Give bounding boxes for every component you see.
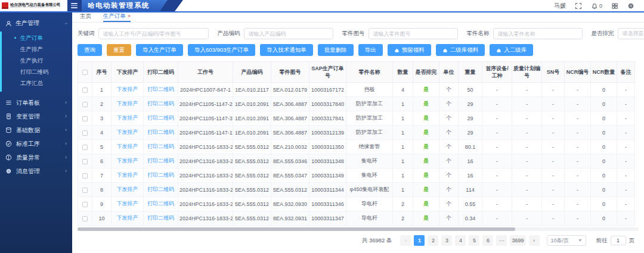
toolbar-button[interactable]: 重置 bbox=[107, 44, 131, 56]
print-qrcode-link[interactable]: 打印二维码 bbox=[144, 97, 178, 111]
filter-input[interactable] bbox=[493, 28, 583, 39]
issue-scheduling-link[interactable]: 下发排产 bbox=[112, 140, 144, 154]
row-checkbox[interactable] bbox=[82, 102, 88, 107]
page-button[interactable]: 6 bbox=[482, 235, 493, 246]
page-button[interactable]: 1 bbox=[414, 235, 425, 246]
cell: - bbox=[565, 140, 591, 154]
print-qrcode-link[interactable]: 打印二维码 bbox=[144, 197, 178, 211]
row-checkbox[interactable] bbox=[82, 116, 88, 121]
pagination-ellipsis[interactable]: ··· bbox=[496, 235, 507, 246]
print-qrcode-link[interactable]: 打印二维码 bbox=[144, 183, 178, 197]
page-button[interactable]: 2 bbox=[428, 235, 438, 246]
row-checkbox[interactable] bbox=[82, 173, 88, 179]
toolbar-button[interactable]: 导入603/903生产订单 bbox=[188, 44, 255, 56]
sidebar-item[interactable]: 基础数据› bbox=[0, 123, 72, 137]
toolbar-button[interactable]: 二级库领料 bbox=[436, 44, 485, 56]
row-checkbox[interactable] bbox=[82, 188, 88, 193]
filter-select[interactable]: 请选择是否排完 bbox=[618, 28, 644, 39]
sidebar-item[interactable]: 订单看板› bbox=[0, 96, 72, 110]
sidebar-item[interactable]: 质量异常› bbox=[0, 151, 72, 164]
cell: 8EA.555.0347 bbox=[271, 168, 309, 183]
filter-input[interactable] bbox=[98, 28, 209, 39]
filter-input[interactable] bbox=[369, 28, 458, 39]
print-qrcode-link[interactable]: 打印二维码 bbox=[144, 168, 178, 183]
cell: 是 bbox=[413, 83, 439, 97]
filter-input[interactable] bbox=[244, 28, 333, 39]
cell: 3 bbox=[92, 111, 112, 126]
row-checkbox[interactable] bbox=[82, 145, 88, 150]
sidebar-item[interactable]: 消息管理› bbox=[0, 164, 72, 178]
row-select-cell bbox=[78, 211, 92, 226]
print-qrcode-link[interactable]: 打印二维码 bbox=[144, 83, 178, 97]
print-qrcode-link[interactable]: 打印二维码 bbox=[144, 111, 178, 126]
tab-生产订单[interactable]: 生产订单× bbox=[103, 11, 131, 22]
cell: 1 bbox=[393, 140, 413, 154]
goto-page-input[interactable] bbox=[611, 236, 626, 245]
horizontal-scrollbar-thumb[interactable] bbox=[78, 227, 515, 231]
print-qrcode-link[interactable]: 打印二维码 bbox=[144, 154, 178, 168]
issue-scheduling-link[interactable]: 下发排产 bbox=[112, 111, 144, 126]
prev-page-button[interactable]: ‹ bbox=[400, 235, 411, 246]
row-checkbox[interactable] bbox=[82, 88, 88, 93]
close-tab-icon[interactable]: × bbox=[128, 14, 131, 19]
sidebar-group-label: 生产管理 bbox=[16, 19, 39, 27]
cell: 是 bbox=[413, 154, 439, 168]
row-checkbox[interactable] bbox=[82, 130, 88, 136]
toolbar-button[interactable]: 导出 bbox=[358, 44, 383, 56]
sidebar-item-active[interactable]: 生产订单 bbox=[2, 32, 72, 43]
sidebar-item-sub[interactable]: 工序汇总 bbox=[2, 77, 72, 89]
toolbar-button[interactable]: 入二级库 bbox=[490, 44, 533, 56]
page-button[interactable]: 4 bbox=[455, 235, 466, 246]
toolbar-button[interactable]: 批量删除 bbox=[318, 44, 354, 56]
issue-scheduling-link[interactable]: 下发排产 bbox=[112, 83, 144, 97]
fullscreen-icon[interactable] bbox=[575, 2, 582, 10]
toolbar-button[interactable]: 查询 bbox=[78, 44, 102, 56]
print-qrcode-link[interactable]: 打印二维码 bbox=[144, 140, 178, 154]
issue-scheduling-link[interactable]: 下发排产 bbox=[112, 168, 144, 183]
row-checkbox[interactable] bbox=[82, 216, 88, 221]
toolbar: 查询重置导入生产订单导入603/903生产订单导入技术通知单批量删除导出预留领料… bbox=[78, 44, 644, 56]
print-qrcode-link[interactable]: 打印二维码 bbox=[144, 211, 178, 226]
current-user[interactable]: 马媛 bbox=[554, 2, 566, 10]
cell: - bbox=[542, 126, 565, 140]
sidebar-item[interactable]: 变更管理› bbox=[0, 110, 72, 123]
apps-grid-icon[interactable] bbox=[611, 2, 618, 10]
collapse-menu-icon[interactable] bbox=[71, 3, 78, 8]
sidebar-item-sub[interactable]: 生产排产 bbox=[2, 43, 72, 55]
page-button[interactable]: 3 bbox=[441, 235, 452, 246]
print-qrcode-link[interactable]: 打印二维码 bbox=[144, 126, 178, 140]
issue-scheduling-link[interactable]: 下发排产 bbox=[112, 97, 144, 111]
cell: - bbox=[482, 183, 512, 197]
issue-scheduling-link[interactable]: 下发排产 bbox=[112, 211, 144, 226]
issue-scheduling-link[interactable]: 下发排产 bbox=[112, 126, 144, 140]
chevron-down-icon bbox=[578, 239, 582, 242]
toolbar-button[interactable]: 导入技术通知单 bbox=[260, 44, 313, 56]
row-checkbox[interactable] bbox=[82, 159, 88, 164]
notification-button[interactable]: 0 bbox=[591, 2, 602, 10]
toolbar-button[interactable]: 预留领料 bbox=[388, 44, 431, 56]
page-size-select[interactable]: 10条/页 bbox=[547, 235, 586, 246]
next-page-button[interactable]: › bbox=[529, 235, 540, 246]
issue-scheduling-link[interactable]: 下发排产 bbox=[112, 154, 144, 168]
cell: 80.1 bbox=[459, 140, 482, 154]
sidebar-item[interactable]: 标准工序› bbox=[0, 137, 72, 151]
issue-scheduling-link[interactable]: 下发排产 bbox=[112, 183, 144, 197]
select-all-checkbox[interactable] bbox=[82, 70, 88, 75]
cell: 1 bbox=[393, 183, 413, 197]
row-checkbox[interactable] bbox=[82, 202, 88, 207]
sidebar-item-sub[interactable]: 生产执行 bbox=[2, 55, 72, 66]
tab-主页[interactable]: 主页 bbox=[80, 11, 91, 22]
issue-scheduling-link[interactable]: 下发排产 bbox=[112, 197, 144, 211]
cell: 10003311349 bbox=[309, 168, 346, 183]
sidebar-item-sub[interactable]: 打印二维码 bbox=[2, 66, 72, 77]
sidebar-group-production[interactable]: 生产管理 › bbox=[0, 13, 72, 32]
column-header: 重量 bbox=[459, 62, 482, 83]
last-page-button[interactable]: 3699 bbox=[510, 235, 525, 246]
toolbar-button[interactable]: 导入生产订单 bbox=[136, 44, 183, 56]
cell: 5EA.210.0032 bbox=[271, 140, 309, 154]
page-button[interactable]: 5 bbox=[469, 235, 479, 246]
horizontal-scrollbar-track[interactable] bbox=[78, 227, 639, 231]
gear-icon[interactable] bbox=[627, 2, 634, 10]
cell: - bbox=[542, 83, 565, 97]
cell: 5EA.555.0312 bbox=[233, 211, 271, 226]
